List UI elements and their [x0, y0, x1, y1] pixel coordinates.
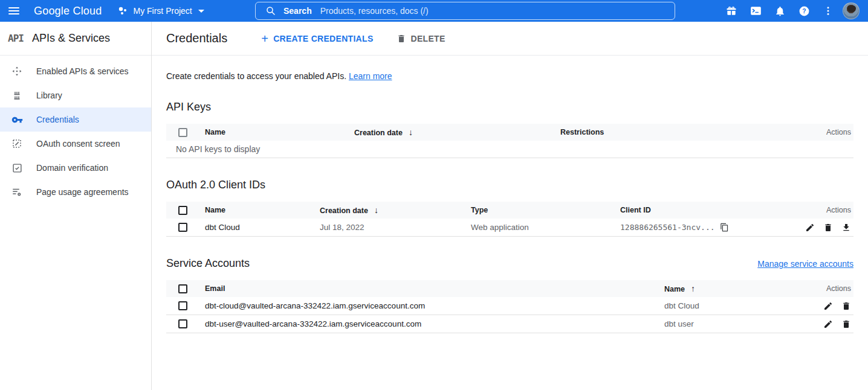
- project-switcher-icon: [117, 5, 128, 16]
- gcp-console-credentials-page: Google Cloud My First Project Search Pro…: [0, 0, 868, 390]
- api-keys-heading: API Keys: [166, 101, 853, 113]
- top-navigation-bar: Google Cloud My First Project Search Pro…: [0, 0, 868, 22]
- service-account-name: dbt Cloud: [658, 301, 805, 310]
- service-accounts-table-header: Email Name↑ Actions: [166, 280, 853, 297]
- help-icon[interactable]: ?: [792, 0, 816, 22]
- column-header-client-id[interactable]: Client ID: [614, 206, 787, 214]
- delete-trash-icon[interactable]: [841, 319, 851, 329]
- gift-icon[interactable]: [719, 0, 743, 22]
- search-input[interactable]: Search Products, resources, docs (/): [255, 2, 675, 20]
- delete-trash-icon[interactable]: [841, 301, 851, 311]
- column-header-restrictions[interactable]: Restrictions: [554, 128, 805, 136]
- plus-icon: +: [261, 33, 268, 45]
- search-label: Search: [283, 6, 312, 16]
- search-icon: [265, 5, 276, 16]
- row-actions: [805, 319, 853, 329]
- edit-pencil-icon[interactable]: [805, 223, 815, 232]
- oauth-table-header: Name Creation date↓ Type Client ID Actio…: [166, 202, 853, 219]
- download-icon[interactable]: [841, 223, 851, 232]
- project-selector[interactable]: My First Project: [117, 5, 204, 16]
- client-id-value: 128886265561-3ncv...: [614, 223, 787, 232]
- api-keys-empty-row: No API keys to display: [166, 141, 853, 158]
- main-panel: Credentials + CREATE CREDENTIALS DELETE …: [152, 22, 868, 390]
- row-checkbox[interactable]: [178, 301, 187, 310]
- api-keys-table-header: Name Creation date↓ Restrictions Actions: [166, 124, 853, 141]
- google-cloud-logo[interactable]: Google Cloud: [34, 5, 102, 18]
- avatar[interactable]: [843, 2, 860, 19]
- edit-pencil-icon[interactable]: [823, 301, 833, 311]
- enabled-apis-icon: [11, 65, 23, 77]
- domain-verification-icon: [11, 162, 23, 174]
- column-header-name[interactable]: Name: [199, 128, 348, 136]
- row-actions: [787, 223, 853, 232]
- menu-icon[interactable]: [0, 0, 28, 22]
- column-header-type[interactable]: Type: [465, 206, 614, 214]
- create-credentials-button[interactable]: + CREATE CREDENTIALS: [261, 33, 373, 45]
- sidebar-item-label: OAuth consent screen: [36, 139, 120, 149]
- delete-trash-icon: [397, 34, 406, 43]
- sidebar-item-label: Credentials: [36, 115, 79, 124]
- oauth-consent-icon: [11, 138, 23, 150]
- library-icon: [11, 89, 23, 101]
- project-name: My First Project: [133, 6, 192, 16]
- learn-more-link[interactable]: Learn more: [349, 71, 392, 81]
- key-icon: [11, 113, 23, 126]
- more-vert-icon[interactable]: [816, 0, 840, 22]
- oauth-clients-table: Name Creation date↓ Type Client ID Actio…: [166, 202, 853, 237]
- manage-service-accounts-link[interactable]: Manage service accounts: [757, 259, 853, 269]
- column-header-creation-date[interactable]: Creation date↓: [348, 127, 554, 137]
- notifications-bell-icon[interactable]: [768, 0, 792, 22]
- sidebar-item-label: Page usage agreements: [36, 187, 129, 197]
- select-all-checkbox[interactable]: [178, 128, 187, 137]
- sidebar-item-enabled-apis[interactable]: Enabled APIs & services: [0, 59, 151, 83]
- service-accounts-heading: Service Accounts: [166, 257, 250, 270]
- sidebar-title: APIs & Services: [32, 32, 110, 45]
- column-header-actions: Actions: [805, 128, 853, 136]
- table-row: dbt-cloud@vaulted-arcana-332422.iam.gser…: [166, 297, 853, 315]
- column-header-actions: Actions: [787, 206, 853, 214]
- search-placeholder: Products, resources, docs (/): [320, 6, 429, 16]
- service-account-email: dbt-user@vaulted-arcana-332422.iam.gserv…: [199, 319, 658, 328]
- sidebar-nav: Enabled APIs & services Library: [0, 56, 151, 204]
- sidebar-item-label: Library: [36, 91, 62, 100]
- sidebar-item-domain-verification[interactable]: Domain verification: [0, 156, 151, 180]
- sidebar: API APIs & Services Enabled APIs & servi…: [0, 22, 152, 390]
- delete-button[interactable]: DELETE: [397, 34, 445, 43]
- apis-services-product-icon: API: [8, 33, 24, 44]
- sidebar-item-label: Domain verification: [36, 163, 108, 173]
- column-header-email[interactable]: Email: [199, 284, 658, 293]
- page-title: Credentials: [166, 31, 227, 45]
- column-header-name[interactable]: Name: [199, 206, 314, 214]
- edit-pencil-icon[interactable]: [823, 319, 833, 329]
- select-all-checkbox[interactable]: [178, 284, 187, 293]
- sidebar-item-library[interactable]: Library: [0, 83, 151, 107]
- row-checkbox[interactable]: [178, 319, 187, 328]
- cloud-shell-icon[interactable]: [743, 0, 768, 22]
- api-keys-table: Name Creation date↓ Restrictions Actions…: [166, 124, 853, 158]
- delete-trash-icon[interactable]: [823, 223, 833, 232]
- sort-desc-icon: ↓: [374, 205, 378, 215]
- page-usage-icon: [11, 186, 23, 198]
- column-header-creation-date[interactable]: Creation date↓: [314, 205, 465, 215]
- oauth-clients-heading: OAuth 2.0 Client IDs: [166, 179, 853, 191]
- sidebar-item-credentials[interactable]: Credentials: [0, 107, 151, 132]
- copy-icon[interactable]: [720, 223, 729, 232]
- sort-asc-icon: ↑: [691, 284, 695, 293]
- client-type: Web application: [465, 223, 614, 232]
- service-account-email: dbt-cloud@vaulted-arcana-332422.iam.gser…: [199, 301, 658, 310]
- intro-text: Create credentials to access your enable…: [166, 71, 853, 81]
- sidebar-item-page-usage-agreements[interactable]: Page usage agreements: [0, 180, 151, 204]
- service-accounts-table: Email Name↑ Actions dbt-cloud@vaulted-ar…: [166, 280, 853, 333]
- row-actions: [805, 301, 853, 311]
- column-header-name[interactable]: Name↑: [658, 284, 805, 293]
- svg-text:?: ?: [802, 8, 806, 14]
- row-checkbox[interactable]: [178, 223, 187, 232]
- page-header: Credentials + CREATE CREDENTIALS DELETE: [152, 22, 868, 56]
- client-name: dbt Cloud: [199, 223, 314, 232]
- sort-desc-icon: ↓: [409, 127, 413, 137]
- sidebar-item-oauth-consent[interactable]: OAuth consent screen: [0, 132, 151, 156]
- select-all-checkbox[interactable]: [178, 206, 187, 215]
- service-account-name: dbt user: [658, 319, 805, 328]
- sidebar-item-label: Enabled APIs & services: [36, 66, 129, 76]
- sidebar-header: API APIs & Services: [0, 22, 151, 56]
